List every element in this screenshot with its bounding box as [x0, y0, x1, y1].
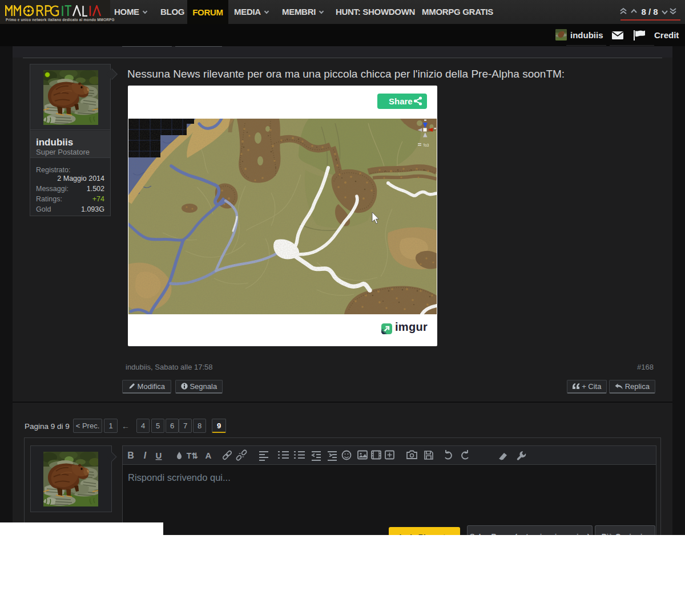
svg-text:A: A	[206, 451, 212, 460]
svg-text:T⇅: T⇅	[187, 451, 199, 460]
svg-text:To3: To3	[423, 143, 429, 147]
svg-text:B: B	[127, 451, 134, 460]
svg-text:U: U	[156, 451, 162, 460]
svg-text:I: I	[144, 451, 147, 460]
